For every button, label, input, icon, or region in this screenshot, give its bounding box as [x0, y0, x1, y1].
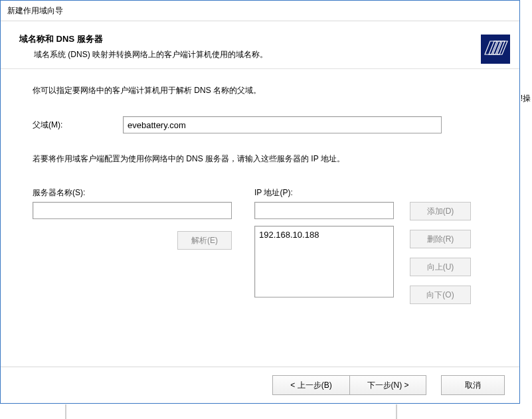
background-divider-fragment: [65, 404, 66, 419]
dns-servers-grid: 服务器名称(S): IP 地址(P): 解析(E) 192.168.10.188…: [33, 187, 493, 320]
dialog-titlebar: 新建作用域向导: [1, 1, 519, 21]
ip-address-listbox[interactable]: 192.168.10.188: [254, 226, 394, 297]
background-divider-fragment: [396, 404, 397, 419]
header-title: 域名称和 DNS 服务器: [19, 33, 503, 45]
resolve-button[interactable]: 解析(E): [177, 231, 232, 250]
move-down-button[interactable]: 向下(O): [410, 286, 471, 304]
move-up-button[interactable]: 向上(U): [410, 258, 471, 276]
parent-domain-row: 父域(M):: [33, 116, 493, 133]
wizard-content: 你可以指定要网络中的客户端计算机用于解析 DNS 名称的父域。 父域(M): 若…: [1, 69, 519, 320]
ip-address-label: IP 地址(P):: [254, 187, 293, 199]
wizard-footer: < 上一步(B) 下一步(N) > 取消: [1, 367, 519, 403]
cancel-button[interactable]: 取消: [441, 375, 505, 395]
background-text-fragment: !操: [521, 93, 531, 104]
parent-domain-label: 父域(M):: [33, 120, 123, 131]
list-buttons-group: 添加(D) 删除(R) 向上(U) 向下(O): [410, 202, 471, 313]
instruction-dns-servers: 若要将作用域客户端配置为使用你网络中的 DNS 服务器，请输入这些服务器的 IP…: [33, 153, 493, 165]
wizard-dialog: 新建作用域向导 域名称和 DNS 服务器 域名系统 (DNS) 映射并转换网络上…: [0, 0, 520, 404]
dialog-title: 新建作用域向导: [7, 6, 63, 15]
instruction-parent-domain: 你可以指定要网络中的客户端计算机用于解析 DNS 名称的父域。: [33, 85, 493, 96]
header-subtitle: 域名系统 (DNS) 映射并转换网络上的客户端计算机使用的域名称。: [34, 49, 503, 60]
svg-rect-0: [481, 35, 510, 64]
ip-address-input[interactable]: [254, 202, 394, 219]
next-button[interactable]: 下一步(N) >: [349, 375, 426, 395]
parent-domain-input[interactable]: [123, 116, 442, 133]
back-button[interactable]: < 上一步(B): [272, 375, 349, 395]
add-button[interactable]: 添加(D): [410, 202, 471, 220]
remove-button[interactable]: 删除(R): [410, 230, 471, 248]
server-name-label: 服务器名称(S):: [33, 187, 85, 199]
list-item[interactable]: 192.168.10.188: [259, 229, 389, 241]
wizard-header: 域名称和 DNS 服务器 域名系统 (DNS) 映射并转换网络上的客户端计算机使…: [1, 21, 519, 68]
background-fragment: !操: [520, 0, 532, 419]
server-name-input[interactable]: [33, 202, 232, 219]
wizard-banner-icon: [481, 35, 510, 64]
